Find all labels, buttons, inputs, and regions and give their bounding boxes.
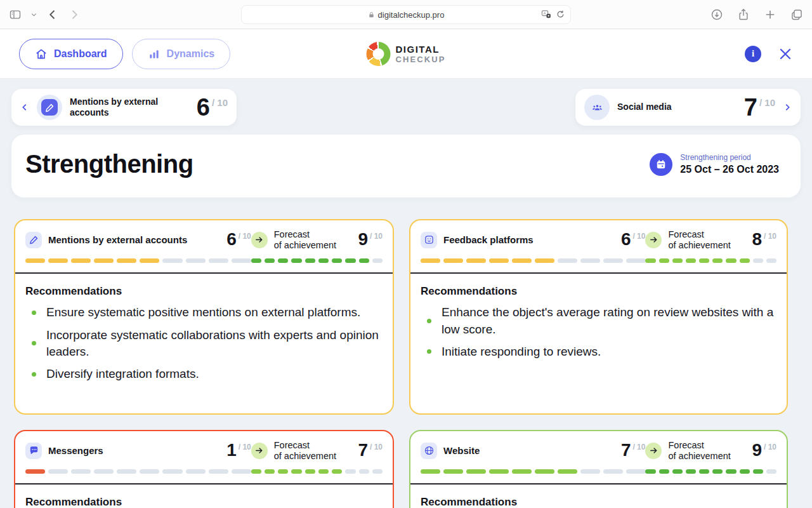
- progress-segment: [489, 258, 509, 263]
- arrow-right-icon: [645, 443, 662, 459]
- progress-segment: [466, 469, 486, 474]
- lock-icon: [368, 11, 375, 19]
- progress-segment: [117, 469, 136, 474]
- globe-icon: [421, 443, 437, 459]
- progress-segment: [699, 469, 709, 474]
- carousel-card-next[interactable]: Social media 7 / 10: [575, 89, 801, 126]
- translate-icon[interactable]: A: [541, 9, 552, 20]
- progress-segment: [421, 469, 440, 474]
- forecast-label: Forecastof achievement: [274, 440, 336, 461]
- progress-segment: [740, 258, 750, 263]
- metric-score: 1: [226, 442, 237, 459]
- progress-segment: [48, 469, 68, 474]
- back-icon[interactable]: [46, 8, 59, 21]
- progress-segment: [291, 258, 301, 263]
- carousel-card-prev[interactable]: Mentions by external accounts 6 / 10: [11, 89, 237, 126]
- progress-segment: [580, 469, 600, 474]
- chevron-left-icon[interactable]: [20, 103, 29, 112]
- forecast-score-max: / 10: [764, 232, 776, 241]
- progress-segment: [265, 469, 275, 474]
- share-icon[interactable]: [737, 8, 750, 21]
- forecast-score-max: / 10: [370, 232, 383, 241]
- social-media-badge: [584, 95, 610, 120]
- progress-segment: [162, 258, 182, 263]
- recommendation-item: Initiate responding to reviews.: [421, 344, 775, 360]
- progress-segment: [48, 258, 68, 263]
- progress-segment: [305, 258, 315, 263]
- recommendation-text: Initiate responding to reviews.: [442, 344, 601, 360]
- metric-card: Mentions by external accounts 6/ 10 Fore…: [14, 219, 394, 415]
- progress-segment: [626, 258, 646, 263]
- metric-score-max: / 10: [632, 232, 645, 241]
- progress-segment: [278, 469, 288, 474]
- progress-segment: [659, 469, 669, 474]
- reload-icon[interactable]: [556, 10, 565, 19]
- progress-segment: [712, 258, 723, 263]
- progress-segment: [766, 258, 776, 263]
- forward-icon[interactable]: [68, 8, 81, 21]
- metric-name: Mentions by external accounts: [48, 234, 187, 245]
- progress-segment: [766, 469, 776, 474]
- progress-segment: [359, 258, 369, 263]
- address-bar[interactable]: digitalcheckup.pro A: [241, 5, 571, 24]
- new-tab-icon[interactable]: [764, 8, 776, 21]
- tab-dashboard[interactable]: Dashboard: [19, 39, 123, 69]
- tab-dynamics[interactable]: Dynamics: [132, 39, 231, 69]
- tab-dashboard-label: Dashboard: [54, 48, 107, 60]
- close-icon[interactable]: [778, 46, 793, 62]
- strengthening-header: Strengthening Strengthening period 25 Oc…: [11, 135, 801, 197]
- bullet-icon: [32, 341, 36, 345]
- app-header: Dashboard Dynamics DIGITAL CHECKUP i: [0, 29, 812, 79]
- progress-segment: [512, 469, 532, 474]
- bullet-icon: [32, 311, 36, 315]
- people-icon: [592, 102, 603, 113]
- progress-segment: [443, 258, 463, 263]
- nav-tabs: Dashboard Dynamics: [19, 39, 230, 69]
- metrics-carousel: Mentions by external accounts 6 / 10 Soc…: [0, 79, 812, 126]
- arrow-right-icon: [251, 232, 268, 248]
- progress-segment: [140, 469, 159, 474]
- progress-segment: [140, 258, 159, 263]
- bullet-icon: [32, 372, 36, 377]
- progress-segment: [753, 469, 763, 474]
- recommendations-title: Recommendations: [421, 496, 775, 508]
- metric-score-max: / 10: [239, 443, 251, 451]
- progress-segment: [686, 258, 696, 263]
- chevron-right-icon[interactable]: [783, 103, 792, 112]
- calendar-icon: [650, 153, 672, 176]
- pen-icon: [25, 232, 42, 248]
- sidebar-icon[interactable]: [9, 8, 22, 21]
- progress-segment: [305, 469, 315, 474]
- recommendations-list: Ensure systematic positive mentions on e…: [25, 304, 381, 382]
- progress-segment: [359, 469, 369, 474]
- progress-segment: [209, 258, 228, 263]
- progress-segment: [265, 258, 275, 263]
- recommendations-title: Recommendations: [421, 285, 775, 298]
- progress-segment: [753, 258, 763, 263]
- progress-segment: [699, 258, 709, 263]
- progress-segment: [232, 258, 251, 263]
- progress-segment: [580, 258, 600, 263]
- chevron-down-icon[interactable]: [30, 8, 37, 21]
- recommendation-text: Incorporate systematic collaborations wi…: [46, 327, 381, 360]
- downloads-icon[interactable]: [710, 8, 723, 21]
- tabs-overview-icon[interactable]: [790, 8, 803, 21]
- progress-segment: [345, 258, 355, 263]
- progress-segment: [489, 469, 509, 474]
- info-icon[interactable]: i: [745, 46, 761, 62]
- progress-segment: [117, 258, 136, 263]
- score-progress-bar: [25, 469, 251, 474]
- recommendations-title: Recommendations: [25, 496, 381, 508]
- recommendation-item: Incorporate systematic collaborations wi…: [25, 327, 381, 360]
- period-label: Strengthening period: [680, 153, 779, 162]
- forecast-progress-bar: [645, 258, 776, 263]
- home-icon: [35, 48, 48, 60]
- forecast-score: 9: [752, 442, 762, 459]
- browser-chrome: digitalcheckup.pro A: [0, 0, 812, 29]
- metric-name: Website: [443, 445, 480, 456]
- recommendation-text: Diversify integration formats.: [46, 366, 199, 382]
- progress-segment: [232, 469, 251, 474]
- progress-segment: [686, 469, 696, 474]
- recommendations-title: Recommendations: [25, 285, 381, 298]
- progress-segment: [645, 469, 655, 474]
